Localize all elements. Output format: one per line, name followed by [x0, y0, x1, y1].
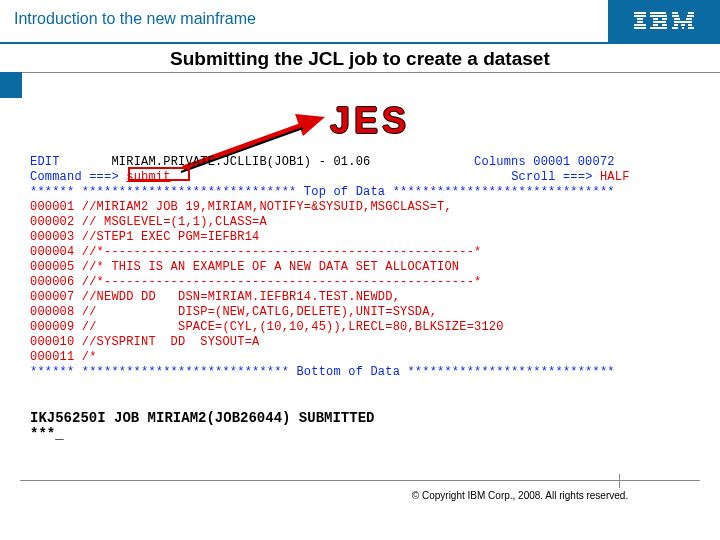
svg-rect-27 — [688, 27, 694, 29]
svg-rect-4 — [634, 24, 646, 26]
top-bar: Introduction to the new mainframe — [0, 0, 720, 44]
bottom-of-data: ****** **************************** Bott… — [30, 365, 615, 379]
jcl-line: 000008 // DISP=(NEW,CATLG,DELETE),UNIT=S… — [30, 305, 437, 319]
jcl-line: 000007 //NEWDD DD DSN=MIRIAM.IEFBR14.TES… — [30, 290, 400, 304]
ibm-logo-icon — [632, 9, 696, 33]
svg-rect-11 — [653, 24, 658, 26]
svg-rect-18 — [687, 15, 694, 17]
side-accent — [0, 72, 22, 98]
svg-rect-19 — [674, 18, 680, 20]
svg-rect-26 — [682, 27, 684, 29]
svg-rect-25 — [672, 27, 678, 29]
scroll-label: Scroll ===> — [511, 170, 592, 184]
svg-rect-12 — [662, 24, 667, 26]
submission-output: IKJ56250I JOB MIRIAM2(JOB26044) SUBMITTE… — [30, 410, 374, 442]
svg-rect-15 — [672, 12, 678, 14]
svg-marker-29 — [295, 114, 325, 136]
svg-rect-5 — [634, 27, 646, 29]
terminal-screen: EDIT MIRIAM.PRIVATE.JCLLIB(JOB1) - 01.06… — [30, 155, 690, 380]
svg-rect-17 — [672, 15, 679, 17]
svg-rect-16 — [688, 12, 694, 14]
svg-rect-8 — [653, 18, 658, 20]
jcl-line: 000011 /* — [30, 350, 97, 364]
jes-callout: JES — [330, 100, 410, 142]
jcl-line: 000003 //STEP1 EXEC PGM=IEFBR14 — [30, 230, 259, 244]
logo-block — [608, 0, 720, 42]
svg-rect-23 — [681, 24, 685, 26]
command-prompt: Command ===> — [30, 170, 119, 184]
svg-rect-2 — [637, 18, 643, 20]
jcl-line: 000009 // SPACE=(CYL,(10,10,45)),LRECL=8… — [30, 320, 504, 334]
jcl-line: 000004 //*------------------------------… — [30, 245, 481, 259]
dataset-name: MIRIAM.PRIVATE.JCLLIB(JOB1) - 01.06 — [111, 155, 370, 169]
svg-rect-21 — [674, 21, 692, 23]
course-title: Introduction to the new mainframe — [14, 10, 256, 28]
svg-rect-1 — [634, 15, 646, 17]
command-input[interactable]: submit — [126, 170, 170, 184]
jcl-line: 000006 //*------------------------------… — [30, 275, 481, 289]
divider — [0, 72, 720, 73]
slide-title: Submitting the JCL job to create a datas… — [170, 48, 550, 70]
svg-rect-7 — [650, 15, 667, 17]
svg-rect-9 — [662, 18, 667, 20]
svg-rect-10 — [653, 21, 666, 23]
submit-message: IKJ56250I JOB MIRIAM2(JOB26044) SUBMITTE… — [30, 410, 374, 426]
jcl-line: 000010 //SYSPRINT DD SYSOUT=A — [30, 335, 259, 349]
top-of-data: ****** ***************************** Top… — [30, 185, 615, 199]
svg-rect-22 — [674, 24, 678, 26]
svg-rect-3 — [637, 21, 643, 23]
svg-rect-0 — [634, 12, 646, 14]
jcl-line: 000002 // MSGLEVEL=(1,1),CLASS=A — [30, 215, 267, 229]
svg-rect-6 — [650, 12, 666, 14]
scroll-value: HALF — [600, 170, 630, 184]
slide: Introduction to the new mainframe — [0, 0, 720, 540]
jcl-line: 000001 //MIRIAM2 JOB 19,MIRIAM,NOTIFY=&S… — [30, 200, 452, 214]
copyright-text: © Copyright IBM Corp., 2008. All rights … — [0, 490, 700, 501]
jcl-line: 000005 //* THIS IS AN EXAMPLE OF A NEW D… — [30, 260, 459, 274]
prompt-cursor: ***_ — [30, 426, 64, 442]
edit-label: EDIT — [30, 155, 60, 169]
svg-rect-24 — [688, 24, 692, 26]
footer-tick — [619, 474, 620, 488]
svg-rect-20 — [686, 18, 692, 20]
columns-label: Columns 00001 00072 — [474, 155, 615, 169]
footer-divider — [20, 480, 700, 481]
svg-rect-13 — [650, 27, 667, 29]
